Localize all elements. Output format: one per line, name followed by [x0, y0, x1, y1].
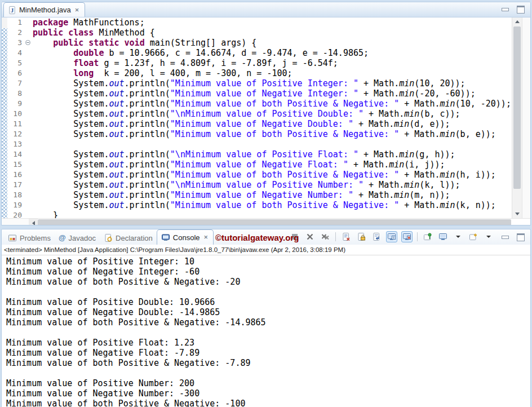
code-line: 4 double b = 10.9666, c = 14.6674, d = -…	[7, 48, 512, 58]
minimize-icon[interactable]	[502, 236, 509, 239]
svg-text:J: J	[11, 7, 14, 13]
view-tab-problems[interactable]: Problems	[4, 231, 55, 245]
line-number: 17	[7, 180, 25, 190]
code-line: 7 System.out.println("Minimum value of P…	[7, 78, 512, 89]
open-console-icon[interactable]	[468, 231, 479, 242]
vertical-scroll-thumb[interactable]	[513, 26, 521, 189]
console-toolbar	[289, 231, 494, 242]
console-output-line: Minimum value of Negative Integer: -60	[6, 267, 530, 277]
gutter-decoration	[2, 17, 7, 218]
remove-all-terminated-icon[interactable]	[320, 231, 331, 242]
line-number: 12	[7, 129, 25, 139]
code-line: 18 System.out.println("Minimum value of …	[7, 190, 512, 200]
code-text: System.out.println("Minimum value of Neg…	[33, 89, 476, 99]
view-tab-console[interactable]: Console	[157, 229, 214, 245]
watermark: ©tutorialgateway.org	[215, 233, 299, 242]
code-text: double b = 10.9666, c = 14.6674, d = -9.…	[33, 48, 369, 58]
console-output-line	[6, 287, 530, 297]
console-output-line: Minimum value of Negative Double: -14.98…	[6, 307, 530, 317]
code-line: 16 System.out.println("Minimum value of …	[7, 170, 512, 180]
code-line: 1package MathFunctions;	[7, 17, 512, 28]
line-number: 19	[7, 200, 25, 210]
hscroll-gutter-gap	[2, 219, 29, 225]
code-text: System.out.println("Minimum value of Neg…	[33, 190, 450, 200]
console-pane: Problems@JavadocDeclarationConsole <term…	[1, 229, 531, 407]
code-line: 8 System.out.println("Minimum value of N…	[7, 89, 512, 99]
show-stderr-console-icon[interactable]	[401, 231, 413, 242]
pin-console-icon[interactable]	[422, 231, 433, 242]
code-line: 14 System.out.println("\nMinimum value o…	[7, 149, 512, 160]
view-tab-javadoc[interactable]: @Javadoc	[55, 231, 100, 245]
scroll-left-arrow-icon[interactable]	[29, 219, 38, 225]
console-status-line: <terminated> MinMethod [Java Application…	[2, 245, 530, 255]
code-line: 17 System.out.println("\nMinimum value o…	[7, 180, 512, 190]
console-tabs: Problems@JavadocDeclarationConsole	[2, 229, 214, 245]
line-number: 2	[7, 28, 25, 38]
tab-label: Problems	[20, 234, 51, 242]
editor-pane: J MinMethod.java 1package MathFunctions;…	[1, 2, 531, 225]
console-output-line: Minimum value of Positive Number: 200	[6, 378, 530, 388]
line-number: 1	[7, 17, 25, 28]
minimize-icon[interactable]	[502, 8, 509, 11]
line-number: 8	[7, 89, 25, 99]
code-line: 5 float g = 1.23f, h = 4.809f, i = -7.89…	[7, 58, 512, 68]
declaration-icon	[104, 233, 113, 242]
code-line: 9 System.out.println("Minimum value of b…	[7, 99, 512, 109]
console-output-line: Minimum value of Positive Float: 1.23	[6, 338, 530, 348]
code-text: public class MinMethod {	[33, 28, 155, 38]
word-wrap-icon[interactable]	[371, 231, 382, 242]
code-text: float g = 1.23f, h = 4.809f, i = -7.89f,…	[33, 58, 338, 68]
maximize-icon[interactable]	[517, 233, 525, 241]
line-number: 13	[7, 139, 25, 149]
view-tab-declaration[interactable]: Declaration	[100, 231, 157, 245]
code-editor[interactable]: 1package MathFunctions;2public class Min…	[7, 17, 512, 218]
editor-tab-bar: J MinMethod.java	[2, 2, 530, 17]
fold-collapse-icon[interactable]	[25, 40, 30, 45]
fold-column	[25, 48, 33, 58]
horizontal-scroll-thumb[interactable]	[38, 219, 511, 225]
editor-horizontal-scrollbar[interactable]	[2, 218, 530, 225]
dropdown-caret[interactable]	[453, 231, 464, 242]
tab-label: Javadoc	[69, 234, 96, 242]
fold-column	[25, 99, 33, 109]
scroll-down-arrow-icon[interactable]	[512, 210, 522, 218]
dropdown-caret[interactable]	[483, 231, 494, 242]
line-number: 5	[7, 58, 25, 68]
code-text: System.out.println("\nMinimum value of P…	[33, 149, 455, 160]
toolbar-separator	[417, 232, 418, 241]
fold-column	[25, 109, 33, 119]
eclipse-window: J MinMethod.java 1package MathFunctions;…	[0, 0, 532, 407]
code-text: System.out.println("Minimum value of Neg…	[33, 160, 445, 170]
code-text: System.out.println("Minimum value of Pos…	[33, 78, 466, 89]
fold-column	[25, 89, 33, 99]
code-line: 11 System.out.println("Minimum value of …	[7, 119, 512, 129]
display-selected-console-icon[interactable]	[437, 231, 449, 242]
code-text: package MathFunctions;	[33, 17, 145, 28]
remove-launch-icon[interactable]	[304, 231, 316, 242]
tab-label: Console	[173, 233, 200, 242]
clear-console-icon[interactable]	[340, 231, 352, 242]
code-text: long k = 200, l = 400, m = -300, n = -10…	[33, 68, 292, 78]
code-line: 6 long k = 200, l = 400, m = -300, n = -…	[7, 68, 512, 78]
maximize-icon[interactable]	[517, 6, 525, 14]
line-number: 6	[7, 68, 25, 78]
editor-vertical-scrollbar[interactable]	[512, 17, 522, 218]
line-number: 4	[7, 48, 25, 58]
editor-tab-minmethod[interactable]: J MinMethod.java	[3, 2, 85, 17]
line-number: 3	[7, 38, 25, 48]
scroll-up-arrow-icon[interactable]	[512, 17, 522, 26]
fold-column	[25, 129, 33, 139]
fold-column	[25, 190, 33, 200]
line-number: 16	[7, 170, 25, 180]
console-output-line: Minimum value of both Positive & Negativ…	[6, 317, 530, 328]
close-console-tab-icon[interactable]	[203, 234, 210, 241]
fold-column	[25, 28, 33, 38]
show-stdout-console-icon[interactable]	[386, 231, 397, 242]
code-line: 3 public static void main(String[] args)…	[7, 38, 512, 48]
scroll-lock-icon[interactable]	[356, 231, 367, 242]
console-output-line: Minimum value of both Positive & Negativ…	[6, 277, 530, 287]
close-editor-tab-icon[interactable]	[74, 7, 81, 14]
fold-column	[25, 78, 33, 89]
console-output[interactable]: Minimum value of Positive Integer: 10Min…	[2, 255, 530, 407]
problems-icon	[8, 233, 17, 242]
